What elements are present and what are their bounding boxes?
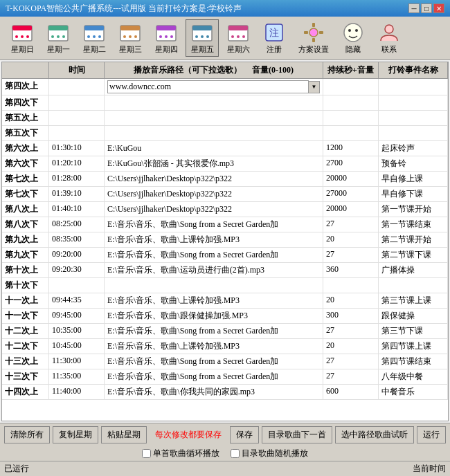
toolbar-register-button[interactable]: 注 注册 xyxy=(258,19,291,57)
toolbar-sunday-button[interactable]: 星期日 xyxy=(6,19,39,57)
row-duration-18[interactable]: 27 xyxy=(323,354,379,369)
row-event-16: 第三节下课 xyxy=(379,324,448,338)
row-music-3[interactable] xyxy=(105,126,323,140)
row-music-8[interactable]: C:\Users\jjlhaker\Desktop\p322\p322 xyxy=(105,202,323,217)
row-label-12: 第十次上 xyxy=(2,263,49,277)
toolbar-saturday-button[interactable]: 星期六 xyxy=(222,19,255,57)
dir-random-checkbox[interactable] xyxy=(231,449,240,458)
table-row: 第七次上01:28:00C:\Users\jjlhaker\Desktop\p3… xyxy=(2,172,448,187)
toolbar-hide-button[interactable]: 隐藏 xyxy=(336,19,370,57)
row-label-0: 第四次上 xyxy=(2,79,49,95)
table-body: 第四次上▼第四次下第五次上第五次下第六次上01:30:10E:\KuGou120… xyxy=(2,79,448,421)
row-time-14[interactable]: 09:44:35 xyxy=(49,293,105,308)
row-music-19[interactable]: E:\音乐\音乐、歌曲\Song from a Secret Garden加 xyxy=(105,369,323,384)
row-time-12[interactable]: 09:20:30 xyxy=(49,263,105,277)
row-music-12[interactable]: E:\音乐\音乐、歌曲\运动员进行曲(2首).mp3 xyxy=(105,263,323,277)
row-event-17: 第四节课上课 xyxy=(379,339,448,354)
row-time-20[interactable]: 11:40:00 xyxy=(49,385,105,399)
row-time-8[interactable]: 01:40:10 xyxy=(49,202,105,217)
row-duration-20[interactable]: 600 xyxy=(323,385,379,399)
dropdown-arrow-icon[interactable]: ▼ xyxy=(309,81,320,93)
row-music-6[interactable]: C:\Users\jjlhaker\Desktop\p322\p322 xyxy=(105,172,323,186)
row-music-10[interactable]: E:\音乐\音乐、歌曲\上课铃加强.MP3 xyxy=(105,232,323,247)
row-time-4[interactable]: 01:30:10 xyxy=(49,141,105,156)
row-time-11[interactable]: 09:20:00 xyxy=(49,248,105,262)
svg-point-24 xyxy=(170,35,173,38)
select-listen-button[interactable]: 选中路径歌曲试听 xyxy=(335,426,414,443)
single-loop-label[interactable]: 单首歌曲循环播放 xyxy=(142,448,219,459)
row-music-2[interactable] xyxy=(105,111,323,125)
row-duration-9[interactable]: 27 xyxy=(323,217,379,232)
row-duration-8[interactable]: 20000 xyxy=(323,202,379,217)
single-loop-checkbox[interactable] xyxy=(142,449,151,458)
row-time-16[interactable]: 10:35:00 xyxy=(49,324,105,338)
row-label-5: 第六次下 xyxy=(2,156,49,171)
row-duration-19[interactable]: 27 xyxy=(323,369,379,384)
row-music-18[interactable]: E:\音乐\音乐、歌曲\Song from a Secret Garden加 xyxy=(105,354,323,369)
copy-button[interactable]: 复制星期 xyxy=(53,426,98,443)
row-time-5[interactable]: 01:20:10 xyxy=(49,156,105,171)
svg-point-7 xyxy=(51,35,54,38)
row-duration-12[interactable]: 360 xyxy=(323,263,379,277)
row-duration-6[interactable]: 20000 xyxy=(323,172,379,186)
clear-button[interactable]: 清除所有 xyxy=(4,426,50,443)
svg-point-19 xyxy=(134,35,137,38)
row-music-1[interactable] xyxy=(105,95,323,110)
dir-random-label[interactable]: 目录歌曲随机播放 xyxy=(231,448,308,459)
row-music-4[interactable]: E:\KuGou xyxy=(105,141,323,156)
maximize-button[interactable]: □ xyxy=(421,3,432,13)
row-music-16[interactable]: E:\音乐\音乐、歌曲\Song from a Secret Garden加 xyxy=(105,324,323,338)
row-music-0[interactable]: ▼ xyxy=(105,79,323,95)
minimize-button[interactable]: ─ xyxy=(408,3,420,13)
toolbar-wednesday-button[interactable]: 星期三 xyxy=(114,19,147,57)
toolbar-friday-button[interactable]: 星期五 xyxy=(186,19,219,57)
row-music-7[interactable]: C:\Users\jjlhaker\Desktop\p322\p322 xyxy=(105,187,323,201)
music-input-0[interactable] xyxy=(107,80,309,93)
row-music-11[interactable]: E:\音乐\音乐、歌曲\Song from a Secret Garden加 xyxy=(105,248,323,262)
row-duration-10[interactable]: 20 xyxy=(323,232,379,247)
row-time-7[interactable]: 01:39:10 xyxy=(49,187,105,201)
row-duration-7[interactable]: 27000 xyxy=(323,187,379,201)
paste-button[interactable]: 粘贴星期 xyxy=(101,426,147,443)
row-music-5[interactable]: E:\KuGou\张韶涵 - 其实很爱你.mp3 xyxy=(105,156,323,171)
toolbar-monday-button[interactable]: 星期一 xyxy=(42,19,75,57)
svg-rect-40 xyxy=(304,31,308,34)
run-button[interactable]: 运行 xyxy=(417,426,446,443)
row-time-17[interactable]: 10:45:00 xyxy=(49,339,105,354)
toolbar-contact-button[interactable]: 联系 xyxy=(372,19,406,57)
row-music-15[interactable]: E:\音乐\音乐、歌曲\跟保健操加强.MP3 xyxy=(105,309,323,323)
row-time-6[interactable]: 01:28:00 xyxy=(49,172,105,186)
row-duration-17[interactable]: 20 xyxy=(323,339,379,354)
row-duration-16[interactable]: 27 xyxy=(323,324,379,338)
close-button[interactable]: ✕ xyxy=(433,3,444,13)
hide-label: 隐藏 xyxy=(345,44,361,55)
row-time-19[interactable]: 11:35:00 xyxy=(49,369,105,384)
table-row: 第五次下 xyxy=(2,126,448,141)
row-music-13[interactable] xyxy=(105,278,323,293)
row-duration-4[interactable]: 1200 xyxy=(323,141,379,156)
row-event-14: 第三节课上课 xyxy=(379,293,448,308)
toolbar-settings-button[interactable]: 方案设置 xyxy=(294,19,334,57)
row-duration-5[interactable]: 2700 xyxy=(323,156,379,171)
row-time-10[interactable]: 08:35:00 xyxy=(49,232,105,247)
row-time-15[interactable]: 09:45:00 xyxy=(49,309,105,323)
row-music-20[interactable]: E:\音乐\音乐、歌曲\你我共同的家园.mp3 xyxy=(105,385,323,399)
row-music-14[interactable]: E:\音乐\音乐、歌曲\上课铃加强.MP3 xyxy=(105,293,323,308)
svg-point-42 xyxy=(344,24,362,42)
row-label-17: 十二次下 xyxy=(2,339,49,354)
row-label-6: 第七次上 xyxy=(2,172,49,186)
toolbar-thursday-button[interactable]: 星期四 xyxy=(150,19,183,57)
row-time-18[interactable]: 11:30:00 xyxy=(49,354,105,369)
svg-rect-26 xyxy=(192,26,212,30)
row-music-17[interactable]: E:\音乐\音乐、歌曲\上课铃加强.MP3 xyxy=(105,339,323,354)
table-row: 第十次上09:20:30E:\音乐\音乐、歌曲\运动员进行曲(2首).mp336… xyxy=(2,263,448,278)
save-button[interactable]: 保存 xyxy=(230,426,259,443)
dir-next-button[interactable]: 目录歌曲下一首 xyxy=(262,426,332,443)
toolbar-tuesday-button[interactable]: 星期二 xyxy=(78,19,111,57)
row-duration-11[interactable]: 27 xyxy=(323,248,379,262)
row-time-9[interactable]: 08:25:00 xyxy=(49,217,105,232)
table-row: 十四次上11:40:00E:\音乐\音乐、歌曲\你我共同的家园.mp3600中餐… xyxy=(2,385,448,400)
row-music-9[interactable]: E:\音乐\音乐、歌曲\Song from a Secret Garden加 xyxy=(105,217,323,232)
row-duration-15[interactable]: 300 xyxy=(323,309,379,323)
row-duration-14[interactable]: 20 xyxy=(323,293,379,308)
